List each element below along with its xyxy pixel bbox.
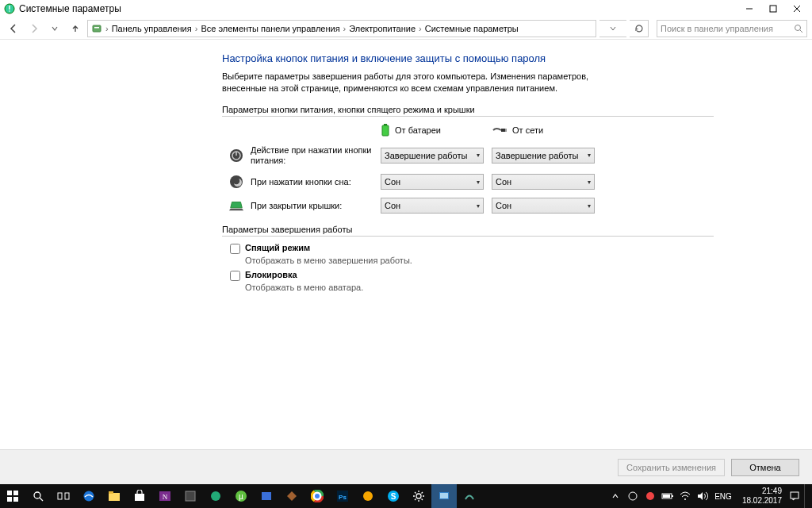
start-button[interactable] [0, 484, 25, 508]
svg-line-53 [415, 492, 416, 494]
group-title: Параметры завершения работы [222, 225, 714, 237]
svg-line-55 [415, 499, 416, 501]
check-row-sleep: Спящий режим [230, 243, 714, 254]
svg-rect-37 [262, 492, 271, 500]
taskbar-app-explorer[interactable] [102, 484, 127, 508]
crumb-1[interactable]: Все элементы панели управления [201, 24, 339, 33]
window-controls [737, 0, 809, 17]
crumb-0[interactable]: Панель управления [112, 24, 192, 33]
footer: Сохранить изменения Отмена [0, 449, 812, 484]
svg-point-45 [363, 491, 373, 501]
nav-forward-button[interactable] [25, 20, 43, 37]
dropdown-lid-ac[interactable]: Сон ▾ [492, 198, 595, 214]
tray-wifi-icon[interactable] [677, 484, 693, 508]
tray-chevron-up-icon[interactable] [607, 484, 623, 508]
svg-rect-28 [109, 493, 120, 501]
close-button[interactable] [785, 0, 809, 17]
svg-line-56 [422, 492, 423, 494]
nav-back-button[interactable] [5, 20, 22, 37]
tray-icon-1[interactable] [625, 484, 641, 508]
group-title: Параметры кнопки питания, кнопки спящего… [222, 105, 714, 117]
checkbox-sleep[interactable] [230, 244, 240, 254]
svg-point-42 [315, 494, 320, 498]
svg-rect-30 [135, 494, 144, 501]
dropdown-power-battery[interactable]: Завершение работы ▾ [381, 148, 484, 164]
dropdown-sleep-battery[interactable]: Сон ▾ [381, 174, 484, 190]
minimize-button[interactable] [737, 0, 761, 17]
nav-up-button[interactable] [67, 20, 84, 37]
svg-rect-62 [672, 495, 673, 497]
cancel-button[interactable]: Отмена [731, 459, 799, 476]
dropdown-power-ac[interactable]: Завершение работы ▾ [492, 148, 595, 164]
checkbox-lock[interactable] [230, 271, 240, 281]
chevron-right-icon: › [342, 24, 348, 33]
tray-battery-icon[interactable] [660, 484, 676, 508]
group-power-buttons: Параметры кнопки питания, кнопки спящего… [222, 105, 714, 214]
svg-rect-3 [770, 6, 776, 12]
taskbar-app-onenote[interactable]: N [152, 484, 178, 508]
taskbar-app-utorrent[interactable]: µ [228, 484, 254, 508]
column-header-ac: От сети [492, 125, 595, 135]
tray-volume-icon[interactable] [695, 484, 710, 508]
show-desktop-button[interactable] [804, 484, 809, 508]
svg-text:S: S [391, 492, 396, 501]
taskbar-app-photoshop[interactable]: Ps [330, 484, 355, 508]
taskbar-app-generic-4[interactable] [279, 484, 304, 508]
taskbar-app-store[interactable] [127, 484, 152, 508]
breadcrumb[interactable]: › Панель управления › Все элементы панел… [87, 20, 596, 37]
task-view-button[interactable] [51, 484, 76, 508]
maximize-button[interactable] [761, 0, 785, 17]
window-title: Системные параметры [19, 3, 121, 14]
row-power-button: Действие при нажатии кнопки питания: [222, 145, 373, 166]
taskbar-app-generic-1[interactable] [178, 484, 203, 508]
chevron-down-icon: ▾ [588, 179, 591, 186]
taskbar-app-generic-5[interactable] [355, 484, 381, 508]
chevron-down-icon: ▾ [588, 152, 591, 159]
tray-icon-2[interactable] [642, 484, 658, 508]
svg-point-48 [416, 494, 421, 498]
svg-rect-21 [7, 497, 12, 502]
crumb-3[interactable]: Системные параметры [425, 24, 519, 33]
taskbar-app-control-panel[interactable] [431, 484, 457, 508]
taskbar-app-generic-2[interactable] [203, 484, 228, 508]
taskbar-app-generic-3[interactable] [254, 484, 279, 508]
search-taskbar-button[interactable] [25, 484, 51, 508]
taskbar-app-settings[interactable] [406, 484, 431, 508]
search-box[interactable] [657, 20, 807, 37]
svg-rect-26 [65, 493, 69, 499]
refresh-button[interactable] [630, 20, 649, 37]
laptop-lid-icon [228, 198, 244, 214]
dropdown-sleep-ac[interactable]: Сон ▾ [492, 174, 595, 190]
taskbar-app-chrome[interactable] [304, 484, 330, 508]
taskbar-app-edge[interactable] [76, 484, 102, 508]
chevron-right-icon: › [417, 24, 423, 33]
search-input[interactable] [661, 24, 803, 33]
taskbar-app-generic-6[interactable] [457, 484, 482, 508]
svg-rect-19 [7, 491, 12, 495]
dropdown-lid-battery[interactable]: Сон ▾ [381, 198, 484, 214]
save-button[interactable]: Сохранить изменения [618, 459, 725, 476]
svg-rect-63 [663, 495, 670, 498]
power-button-icon [228, 148, 244, 164]
tray-lang[interactable]: ENG [712, 484, 734, 508]
tray-clock[interactable]: 21:49 18.02.2017 [736, 487, 785, 506]
svg-point-1 [9, 10, 10, 12]
svg-rect-10 [382, 125, 389, 136]
breadcrumb-root-icon [91, 23, 102, 34]
svg-line-24 [40, 498, 43, 501]
breadcrumb-dropdown[interactable] [599, 20, 626, 37]
check-row-lock: Блокировка [230, 270, 714, 281]
svg-text:N: N [163, 493, 168, 501]
nav-recent-button[interactable] [46, 20, 63, 37]
column-header-battery: От батареи [381, 123, 484, 137]
plug-icon [492, 125, 508, 135]
taskbar-app-skype[interactable]: S [381, 484, 406, 508]
crumb-2[interactable]: Электропитание [349, 24, 416, 33]
tray-action-center-icon[interactable] [787, 484, 802, 508]
group-shutdown-options: Параметры завершения работы Спящий режим… [222, 225, 714, 292]
svg-point-64 [684, 498, 686, 500]
svg-rect-58 [440, 493, 448, 498]
row-lid-close: При закрытии крышки: [222, 198, 373, 214]
page-description: Выберите параметры завершения работы для… [222, 71, 634, 95]
svg-rect-22 [13, 497, 18, 502]
